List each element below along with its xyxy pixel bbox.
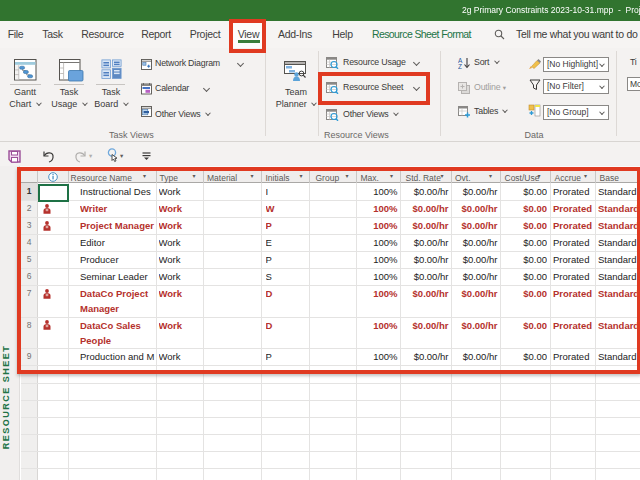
svg-text:Z: Z xyxy=(458,63,462,69)
